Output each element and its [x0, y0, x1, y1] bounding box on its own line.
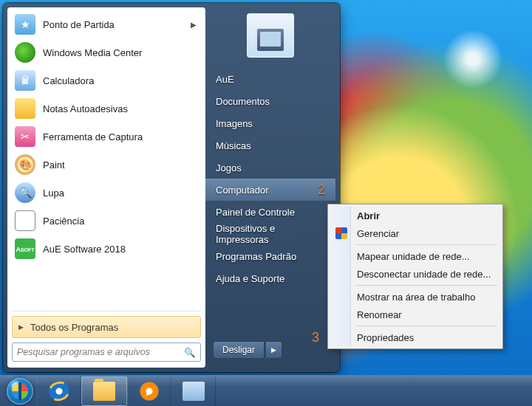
right-item-jogos[interactable]: Jogos	[205, 156, 335, 179]
star-icon: ★	[15, 14, 35, 35]
start-menu: ★ Ponto de Partida ▶ Windows Media Cente…	[3, 3, 340, 372]
program-calculadora[interactable]: 🖩 Calculadora	[10, 66, 202, 94]
shield-icon	[335, 227, 347, 239]
program-paint[interactable]: 🎨 Paint	[10, 151, 202, 179]
annotation-number-2: 2	[318, 182, 325, 198]
right-item-dispositivos-e-impressoras[interactable]: Dispositivos e Impressoras	[205, 223, 335, 245]
program-windows-media-center[interactable]: Windows Media Center	[10, 38, 202, 66]
program-ferramenta-de-captura[interactable]: ✂ Ferramenta de Captura	[10, 123, 202, 151]
media-player-icon	[140, 382, 159, 401]
taskbar	[0, 375, 532, 406]
program-label: Lupa	[43, 187, 64, 199]
window-icon	[183, 382, 205, 401]
right-item-musicas[interactable]: Músicas	[205, 134, 335, 156]
taskbar-item-windows-media-player[interactable]	[127, 376, 171, 406]
search-placeholder: Pesquisar programas e arquivos	[17, 347, 150, 357]
ctx-label: Propriedades	[357, 332, 414, 343]
program-label: AuE Software 2018	[43, 244, 126, 255]
user-picture-computer-icon[interactable]	[247, 13, 294, 58]
ctx-separator	[355, 244, 497, 245]
ctx-desconectar-unidade[interactable]: Desconectar unidade de rede...	[330, 265, 500, 283]
search-icon: 🔍	[184, 347, 196, 358]
aue-software-icon: ASOFT	[15, 238, 35, 259]
ctx-label: Desconectar unidade de rede...	[357, 269, 491, 280]
ctx-gerenciar[interactable]: Gerenciar	[330, 224, 500, 242]
ctx-renomear[interactable]: Renomear	[330, 306, 500, 323]
start-button[interactable]	[3, 376, 37, 407]
ctx-separator	[355, 326, 497, 326]
shutdown-label: Desligar	[222, 345, 255, 355]
windows-orb-icon	[7, 378, 33, 405]
program-label: Windows Media Center	[43, 47, 142, 58]
folder-icon	[93, 382, 115, 401]
program-label: Paint	[43, 159, 65, 171]
right-item-painel-de-controle[interactable]: Painel de Controle	[205, 201, 335, 223]
program-label: Notas Autoadesivas	[43, 103, 128, 114]
start-menu-right-panel: AuE Documentos Imagens Músicas Jogos Com…	[205, 7, 335, 368]
program-ponto-de-partida[interactable]: ★ Ponto de Partida ▶	[10, 10, 202, 38]
program-lupa[interactable]: 🔍 Lupa	[10, 179, 202, 207]
ctx-label: Mapear unidade de rede...	[357, 251, 470, 262]
annotation-number-3: 3	[312, 330, 319, 345]
ctx-propriedades[interactable]: 3 Propriedades	[330, 328, 500, 346]
taskbar-item-window[interactable]	[171, 376, 216, 406]
media-center-icon	[15, 42, 35, 63]
right-item-programas-padrao[interactable]: Programas Padrão	[205, 245, 335, 267]
ctx-separator	[355, 285, 497, 286]
context-menu-computador: Abrir Gerenciar Mapear unidade de rede..…	[327, 204, 503, 349]
search-input[interactable]: Pesquisar programas e arquivos 🔍	[12, 343, 201, 362]
program-label: Calculadora	[43, 75, 94, 86]
program-list: ★ Ponto de Partida ▶ Windows Media Cente…	[10, 10, 202, 308]
program-notas-autoadesivas[interactable]: Notas Autoadesivas	[10, 94, 202, 123]
ctx-abrir[interactable]: Abrir	[330, 207, 500, 224]
ctx-label: Mostrar na área de trabalho	[357, 292, 475, 303]
internet-explorer-icon	[48, 382, 70, 401]
right-item-ajuda-e-suporte[interactable]: Ajuda e Suporte	[205, 267, 335, 289]
ctx-label: Renomear	[357, 309, 402, 320]
magnifier-icon: 🔍	[15, 182, 35, 203]
right-item-label: Dispositivos e Impressoras	[216, 223, 325, 245]
ctx-label: Gerenciar	[357, 228, 399, 239]
start-menu-left-panel: ★ Ponto de Partida ▶ Windows Media Cente…	[7, 7, 205, 368]
shutdown-options-arrow[interactable]: ▶	[266, 341, 282, 359]
right-item-label: Jogos	[216, 162, 242, 173]
right-item-label: AuE	[216, 74, 234, 85]
taskbar-item-internet-explorer[interactable]	[37, 376, 81, 406]
right-item-documentos[interactable]: Documentos	[205, 90, 335, 112]
right-item-label: Ajuda e Suporte	[216, 273, 284, 284]
right-item-aue[interactable]: AuE	[205, 68, 335, 90]
sticky-notes-icon	[15, 98, 35, 119]
right-item-label: Imagens	[216, 118, 253, 129]
right-item-label: Documentos	[216, 96, 270, 107]
program-label: Ferramenta de Captura	[43, 131, 143, 142]
right-item-label: Programas Padrão	[216, 251, 296, 262]
program-paciencia[interactable]: ♠ Paciência	[10, 207, 202, 235]
ctx-mapear-unidade[interactable]: Mapear unidade de rede...	[330, 247, 500, 265]
paint-icon: 🎨	[15, 154, 35, 175]
right-item-imagens[interactable]: Imagens	[205, 112, 335, 134]
program-aue-software[interactable]: ASOFT AuE Software 2018	[10, 235, 202, 263]
snipping-tool-icon: ✂	[15, 126, 35, 147]
ctx-label: Abrir	[357, 210, 380, 221]
shutdown-button[interactable]: Desligar	[213, 341, 265, 359]
right-item-label: Músicas	[216, 140, 251, 151]
all-programs-label: Todos os Programas	[30, 322, 118, 333]
submenu-arrow-icon: ▶	[191, 21, 197, 29]
all-programs-button[interactable]: Todos os Programas	[12, 316, 201, 338]
program-label: Ponto de Partida	[43, 19, 115, 30]
right-item-computador[interactable]: Computador 2	[205, 179, 335, 201]
program-label: Paciência	[43, 216, 84, 227]
solitaire-icon: ♠	[15, 210, 35, 231]
right-item-label: Painel de Controle	[216, 207, 295, 218]
separator	[12, 311, 201, 312]
right-item-label: Computador	[216, 185, 269, 196]
calculator-icon: 🖩	[15, 70, 35, 91]
ctx-mostrar-area-trabalho[interactable]: Mostrar na área de trabalho	[330, 288, 500, 306]
taskbar-item-file-explorer[interactable]	[81, 376, 127, 406]
